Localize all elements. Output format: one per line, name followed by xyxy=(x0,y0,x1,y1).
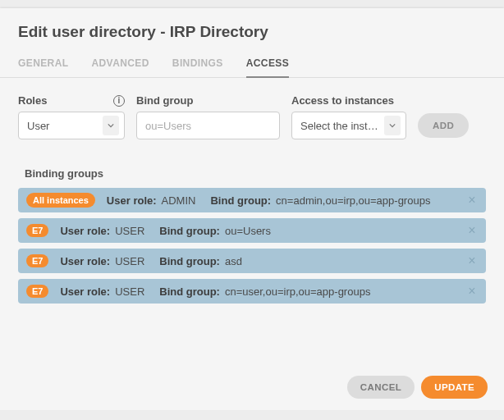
remove-row-icon[interactable]: × xyxy=(465,223,479,238)
instance-badge: E7 xyxy=(26,285,48,298)
user-role-label: User role: xyxy=(60,225,110,237)
binding-row: E7User role:USERBind group:ou=Users× xyxy=(18,218,486,243)
instances-field: Access to instances Select the insta… xyxy=(291,94,406,139)
tab-advanced[interactable]: ADVANCED xyxy=(91,51,149,77)
roles-label: Roles xyxy=(18,94,47,107)
tabs: GENERALADVANCEDBINDINGSACCESS xyxy=(0,51,504,78)
user-role-value: USER xyxy=(115,285,144,298)
roles-select[interactable]: User xyxy=(18,112,125,139)
user-role-label: User role: xyxy=(60,255,110,267)
bind-group-pair: Bind group:cn=user,ou=irp,ou=app-groups xyxy=(159,285,370,298)
chevron-down-icon xyxy=(103,116,119,135)
user-role-value: USER xyxy=(115,225,144,237)
instances-value: Select the insta… xyxy=(300,120,381,132)
bind-group-label: Bind group xyxy=(136,94,280,107)
bind-group-label: Bind group: xyxy=(210,194,271,207)
bind-group-label: Bind group: xyxy=(159,285,220,298)
instance-badge: All instances xyxy=(26,193,95,208)
bind-group-pair: Bind group:cn=admin,ou=irp,ou=app-groups xyxy=(210,194,430,207)
bind-group-label: Bind group: xyxy=(159,225,220,237)
user-role-value: ADMIN xyxy=(162,194,196,207)
roles-field: Roles i User xyxy=(18,94,125,139)
remove-row-icon[interactable]: × xyxy=(465,284,479,299)
update-button[interactable]: UPDATE xyxy=(421,376,488,399)
bind-group-value: cn=admin,ou=irp,ou=app-groups xyxy=(276,194,430,207)
add-button[interactable]: ADD xyxy=(418,113,469,138)
instance-badge: E7 xyxy=(26,254,48,267)
user-role-pair: User role:ADMIN xyxy=(107,194,196,207)
instance-badge: E7 xyxy=(26,224,48,237)
instances-select[interactable]: Select the insta… xyxy=(291,112,406,139)
binding-groups-title: Binding groups xyxy=(0,148,504,188)
remove-row-icon[interactable]: × xyxy=(465,253,479,268)
binding-row: All instancesUser role:ADMINBind group:c… xyxy=(18,188,486,212)
binding-row: E7User role:USERBind group:asd× xyxy=(18,249,486,273)
user-role-label: User role: xyxy=(60,285,110,298)
user-role-pair: User role:USER xyxy=(60,285,144,298)
bind-group-label: Bind group: xyxy=(159,255,220,267)
bind-group-field: Bind group xyxy=(136,94,280,139)
cancel-button[interactable]: CANCEL xyxy=(347,376,415,399)
add-binding-form: Roles i User Bind group Access to instan… xyxy=(0,78,504,148)
bind-group-pair: Bind group:ou=Users xyxy=(159,225,271,237)
bind-group-value: cn=user,ou=irp,ou=app-groups xyxy=(225,285,370,298)
tab-bindings[interactable]: BINDINGS xyxy=(172,51,223,77)
tab-access[interactable]: ACCESS xyxy=(246,51,289,77)
modal-title: Edit user directory - IRP Directory xyxy=(0,8,504,51)
instances-label: Access to instances xyxy=(291,94,406,107)
chevron-down-icon xyxy=(384,116,401,135)
binding-groups-list: All instancesUser role:ADMINBind group:c… xyxy=(0,188,504,304)
modal-footer: CANCEL UPDATE xyxy=(347,376,488,399)
bind-group-input-wrap xyxy=(136,112,280,139)
remove-row-icon[interactable]: × xyxy=(465,193,479,208)
bind-group-value: ou=Users xyxy=(225,225,271,237)
user-role-label: User role: xyxy=(107,194,157,207)
roles-value: User xyxy=(27,120,49,132)
info-icon[interactable]: i xyxy=(113,95,125,107)
binding-row: E7User role:USERBind group:cn=user,ou=ir… xyxy=(18,279,486,304)
bind-group-value: asd xyxy=(225,255,242,267)
bind-group-pair: Bind group:asd xyxy=(159,255,242,267)
user-role-pair: User role:USER xyxy=(60,255,144,267)
edit-user-directory-modal: Edit user directory - IRP Directory GENE… xyxy=(0,8,504,410)
bind-group-input[interactable] xyxy=(145,112,271,139)
user-role-value: USER xyxy=(115,255,144,267)
tab-general[interactable]: GENERAL xyxy=(18,51,68,77)
user-role-pair: User role:USER xyxy=(60,225,144,237)
